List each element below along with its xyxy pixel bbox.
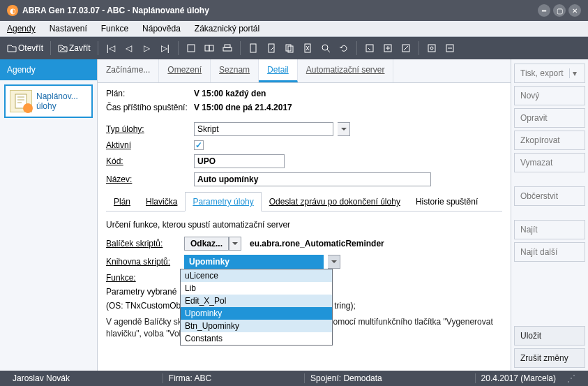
nextrun-label: Čas příštího spuštění:	[106, 103, 190, 112]
subtab-hlavicka[interactable]: Hlavička	[138, 192, 185, 211]
dropdown-option-ulicence[interactable]: uLicence	[181, 269, 332, 282]
rbtn-print-export[interactable]: Tisk, export ▾	[514, 64, 585, 83]
toolbar-close-button[interactable]: Zavřít	[55, 40, 93, 57]
chevron-down-icon[interactable]: ▾	[569, 68, 579, 78]
package-value: eu.abra.rone_AutomaticReminder	[250, 239, 384, 248]
menu-funkce[interactable]: Funkce	[94, 21, 135, 36]
name-label: Název:	[106, 175, 190, 184]
function-label: Funkce:	[106, 273, 180, 283]
tab-omezeni[interactable]: Omezení	[159, 59, 211, 82]
rbtn-save[interactable]: Uložit	[514, 326, 585, 346]
package-label: Balíček skriptů:	[106, 239, 180, 248]
svg-rect-11	[366, 45, 373, 52]
menu-napoveda[interactable]: Nápověda	[135, 21, 188, 36]
rbtn-edit[interactable]: Opravit	[514, 108, 585, 128]
rbtn-delete[interactable]: Vymazat	[514, 153, 585, 172]
rbtn-refresh[interactable]: Občerstvit	[514, 186, 585, 206]
type-dropdown-button[interactable]	[338, 122, 350, 136]
dropdown-option-constants[interactable]: Constants	[181, 332, 332, 345]
dropdown-option-upominky[interactable]: Upominky	[181, 307, 332, 320]
rbtn-copy[interactable]: Zkopírovat	[514, 131, 585, 150]
rbtn-cancel[interactable]: Zrušit změny	[514, 348, 585, 368]
code-field[interactable]: UPO	[194, 154, 285, 168]
status-user: Jaroslav Novák	[7, 373, 75, 383]
subtab-plan[interactable]: Plán	[106, 192, 138, 211]
subtab-odeslat[interactable]: Odeslat zprávu po dokončení úlohy	[262, 192, 408, 211]
name-field[interactable]: Auto upomínky	[194, 172, 431, 186]
menu-nastaveni[interactable]: Nastavení	[43, 21, 94, 36]
toolbar-refresh-button[interactable]	[336, 40, 352, 57]
library-dropdown-button[interactable]	[328, 255, 340, 269]
svg-point-10	[322, 45, 328, 50]
dropdown-option-lib[interactable]: Lib	[181, 282, 332, 295]
svg-rect-3	[225, 45, 230, 47]
toolbar-tool-5[interactable]	[442, 40, 458, 57]
resize-grip-icon[interactable]: ⋰	[561, 373, 581, 383]
toolbar-tool-1[interactable]	[361, 40, 378, 57]
folder-close-icon	[58, 43, 68, 53]
dropdown-option-btnupominky[interactable]: Btn_Upominky	[181, 320, 332, 332]
window-title: ABRA Gen 17.03.07 - ABC - Naplánované úl…	[22, 6, 535, 15]
scheduled-task-icon	[10, 90, 32, 112]
params-label: Parametry vybrané	[106, 287, 180, 297]
status-date: 20.4.2017 (Marcela)	[476, 373, 561, 383]
toolbar-open-button[interactable]: Otevřít	[4, 40, 46, 57]
dropdown-option-editxpol[interactable]: Edit_X_Pol	[181, 295, 332, 307]
svg-rect-6	[269, 44, 274, 52]
svg-rect-1	[205, 45, 209, 51]
sidebar-header: Agendy	[0, 59, 97, 80]
svg-point-15	[430, 47, 433, 50]
nav-first-button[interactable]: |◁	[103, 40, 119, 57]
library-dropdown-list[interactable]: uLicence Lib Edit_X_Pol Upominky Btn_Upo…	[180, 269, 333, 346]
toolbar-edit-button[interactable]	[263, 40, 280, 57]
toolbar-action-2[interactable]	[201, 40, 218, 57]
active-label: Aktivní	[106, 140, 190, 150]
tab-seznam[interactable]: Seznam	[211, 59, 259, 82]
package-dropdown-button[interactable]	[229, 237, 241, 251]
type-field[interactable]: Skript	[194, 122, 333, 136]
menu-agendy[interactable]: Agendy	[0, 21, 43, 36]
rbtn-findnext[interactable]: Najít další	[514, 242, 585, 262]
rbtn-new[interactable]: Nový	[514, 86, 585, 105]
toolbar-tool-3[interactable]	[398, 40, 414, 57]
maximize-button[interactable]: ▢	[553, 4, 566, 17]
svg-rect-5	[250, 44, 256, 52]
toolbar-copy-button[interactable]	[281, 40, 298, 57]
sidebar-item-label-2: úlohy	[36, 101, 78, 111]
toolbar-delete-button[interactable]	[299, 40, 316, 57]
minimize-button[interactable]: ━	[538, 4, 550, 17]
nav-last-button[interactable]: ▷|	[157, 40, 174, 57]
toolbar-print-button[interactable]	[219, 40, 236, 57]
status-firma: Firma: ABC	[163, 373, 217, 383]
nextrun-value: V 15:00 dne pá 21.4.2017	[194, 103, 292, 112]
tab-zaciname[interactable]: Začínáme...	[98, 59, 159, 82]
status-connection: Spojení: Demodata	[305, 373, 388, 383]
type-label: Typ úlohy:	[106, 124, 190, 134]
app-logo-icon: ◐	[7, 5, 18, 16]
tab-autoserver[interactable]: Automatizační server	[298, 59, 394, 82]
svg-rect-4	[223, 47, 232, 51]
package-ref-button[interactable]: Odkaz...	[184, 237, 229, 251]
svg-rect-14	[428, 45, 435, 52]
active-checkbox[interactable]: ✓	[194, 140, 204, 150]
tab-detail[interactable]: Detail	[259, 59, 298, 82]
library-label: Knihovna skriptů:	[106, 257, 180, 267]
toolbar-tool-2[interactable]	[379, 40, 396, 57]
subtab-historie[interactable]: Historie spuštění	[408, 192, 485, 211]
toolbar-tool-4[interactable]	[423, 40, 440, 57]
os-text-left: (OS: TNxCustomOb	[106, 301, 181, 311]
nav-next-button[interactable]: ▷	[139, 40, 156, 57]
hint-text: Určení funkce, kterou spustí automatizač…	[106, 220, 502, 230]
folder-open-icon	[7, 43, 17, 53]
close-window-button[interactable]: ✕	[568, 4, 581, 17]
library-dropdown[interactable]: Upominky	[184, 255, 324, 269]
toolbar-search-button[interactable]	[317, 40, 334, 57]
subtab-parametry[interactable]: Parametry úlohy	[185, 192, 261, 211]
nav-prev-button[interactable]: ◁	[121, 40, 137, 57]
rbtn-find[interactable]: Najít	[514, 220, 585, 239]
sidebar-item-scheduled-tasks[interactable]: Naplánov... úlohy	[4, 84, 93, 118]
menu-portal[interactable]: Zákaznický portál	[188, 21, 266, 36]
plan-label: Plán:	[106, 89, 190, 98]
toolbar-new-button[interactable]	[245, 40, 262, 57]
toolbar-action-1[interactable]	[183, 40, 199, 57]
